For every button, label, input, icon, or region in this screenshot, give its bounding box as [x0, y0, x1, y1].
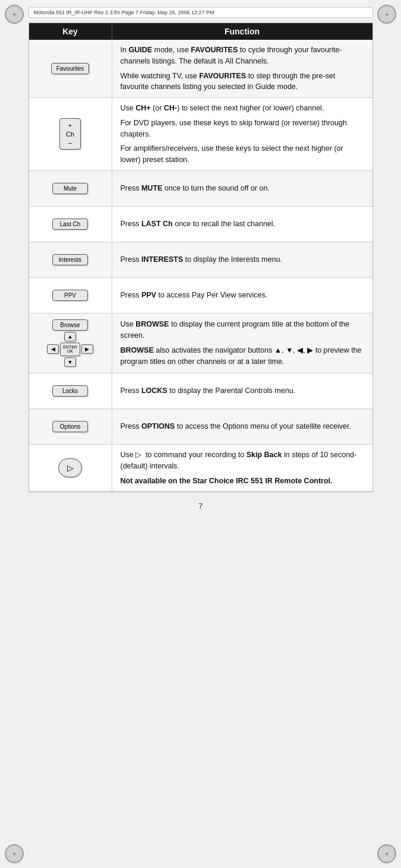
table-header-row: Key Function — [29, 23, 372, 40]
browse-key: Browse — [52, 319, 88, 331]
locks-text: Press LOCKS to display the Parental Cont… — [121, 385, 364, 397]
corner-decoration-tl — [5, 5, 24, 24]
key-cell-ppv: PPV — [29, 278, 112, 313]
browse-cluster: Browse ▲ ◀ ENTEROK ▶ ▼ — [47, 319, 93, 367]
corner-decoration-tr — [377, 5, 396, 24]
table-row: Mute Press MUTE once to turn the sound o… — [29, 171, 372, 207]
corner-decoration-br — [377, 844, 396, 863]
file-info-text: Motorola 551 IR_IR-UHF Rev 2.3.fm Page 7… — [34, 9, 214, 15]
function-cell-ch: Use CH+ (or CH-) to select the next high… — [112, 98, 372, 170]
key-cell-interests: Interests — [29, 242, 112, 277]
nav-enter-btn: ENTEROK — [60, 343, 80, 356]
function-cell-mute: Press MUTE once to turn the sound off or… — [112, 171, 372, 206]
function-cell-browse: Use BROWSE to display the current progra… — [112, 313, 372, 373]
favourites-text-1: In GUIDE mode, use FAVOURITES to cycle t… — [121, 45, 364, 67]
lastch-text: Press LAST Ch once to recall the last ch… — [121, 218, 364, 230]
function-cell-locks: Press LOCKS to display the Parental Cont… — [112, 373, 372, 408]
page-wrapper: Motorola 551 IR_IR-UHF Rev 2.3.fm Page 7… — [0, 0, 401, 868]
header-function: Function — [112, 23, 372, 40]
skip-back-symbol: ▷ — [67, 463, 74, 473]
key-cell-favourites: Favourites — [29, 40, 112, 97]
function-cell-favourites: In GUIDE mode, use FAVOURITES to cycle t… — [112, 40, 372, 97]
ch-text-3: For amplifiers/receivers, use these keys… — [121, 143, 364, 166]
table-row: Last Ch Press LAST Ch once to recall the… — [29, 207, 372, 242]
table-row: Browse ▲ ◀ ENTEROK ▶ ▼ Use BROWSE to dis… — [29, 313, 372, 373]
favourites-key: Favourites — [51, 63, 90, 74]
key-cell-options: Options — [29, 409, 112, 444]
key-cell-browse: Browse ▲ ◀ ENTEROK ▶ ▼ — [29, 313, 112, 373]
function-cell-lastch: Press LAST Ch once to recall the last ch… — [112, 207, 372, 242]
ppv-text: Press PPV to access Pay Per View service… — [121, 290, 364, 301]
header-key: Key — [29, 23, 112, 40]
key-cell-locks: Locks — [29, 373, 112, 408]
function-cell-options: Press OPTIONS to access the Options menu… — [112, 409, 372, 444]
browse-text-2: BROWSE also activates the navigator butt… — [121, 345, 364, 368]
options-key: Options — [52, 421, 88, 432]
key-cell-skipback: ▷ — [29, 445, 112, 491]
file-header: Motorola 551 IR_IR-UHF Rev 2.3.fm Page 7… — [29, 7, 373, 18]
ppv-key: PPV — [52, 290, 88, 301]
mute-text: Press MUTE once to turn the sound off or… — [121, 183, 364, 194]
key-cell-mute: Mute — [29, 171, 112, 206]
lastch-key: Last Ch — [52, 218, 88, 230]
favourites-text-2: While watching TV, use FAVOURITES to ste… — [121, 71, 364, 93]
function-cell-ppv: Press PPV to access Pay Per View service… — [112, 278, 372, 313]
nav-row-middle: ◀ ENTEROK ▶ — [47, 343, 93, 356]
key-cell-lastch: Last Ch — [29, 207, 112, 242]
nav-up-btn: ▲ — [64, 332, 76, 341]
ch-text-1: Use CH+ (or CH-) to select the next high… — [121, 103, 364, 114]
nav-down-btn: ▼ — [64, 357, 76, 367]
ch-text-2: For DVD players, use these keys to skip … — [121, 118, 364, 140]
skipback-text-1: Use ▷ to command your recording to Skip … — [121, 449, 364, 472]
mute-key: Mute — [52, 183, 88, 194]
function-cell-skipback: Use ▷ to command your recording to Skip … — [112, 445, 372, 491]
function-cell-interests: Press INTERESTS to display the Interests… — [112, 242, 372, 277]
key-cell-ch: +Ch– — [29, 98, 112, 170]
skipback-text-2: Not available on the Star Choice IRC 551… — [121, 476, 364, 487]
table-row: ▷ Use ▷ to command your recording to Ski… — [29, 445, 372, 492]
nav-row-up: ▲ — [64, 332, 76, 341]
table-row: Locks Press LOCKS to display the Parenta… — [29, 373, 372, 409]
skip-back-icon: ▷ — [58, 458, 82, 477]
nav-right-btn: ▶ — [81, 344, 93, 354]
page-number: 7 — [198, 502, 203, 511]
main-table: Key Function Favourites In GUIDE mode, u… — [29, 23, 373, 492]
interests-key: Interests — [52, 254, 88, 265]
table-row: Options Press OPTIONS to access the Opti… — [29, 409, 372, 445]
table-row: PPV Press PPV to access Pay Per View ser… — [29, 278, 372, 313]
locks-key: Locks — [52, 385, 88, 397]
options-text: Press OPTIONS to access the Options menu… — [121, 421, 364, 432]
table-row: +Ch– Use CH+ (or CH-) to select the next… — [29, 98, 372, 171]
nav-row-down: ▼ — [64, 357, 76, 367]
interests-text: Press INTERESTS to display the Interests… — [121, 254, 364, 265]
corner-decoration-bl — [5, 844, 24, 863]
browse-text-1: Use BROWSE to display the current progra… — [121, 319, 364, 341]
table-row: Interests Press INTERESTS to display the… — [29, 242, 372, 278]
ch-key: +Ch– — [59, 118, 81, 150]
table-row: Favourites In GUIDE mode, use FAVOURITES… — [29, 40, 372, 98]
nav-left-btn: ◀ — [47, 344, 59, 354]
